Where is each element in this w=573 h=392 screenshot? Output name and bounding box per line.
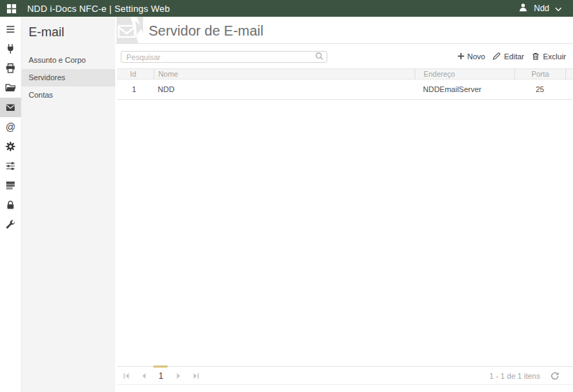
search-box [121, 50, 327, 63]
sidebar-item-servidores[interactable]: Servidores [22, 69, 115, 86]
previous-page-button[interactable] [135, 367, 152, 385]
edit-button[interactable]: Editar [492, 52, 524, 62]
column-header-nome[interactable]: Nome [154, 69, 415, 80]
grid-header-row: Id Nome Endereço Porta [117, 68, 573, 80]
trash-icon [531, 52, 540, 62]
new-button[interactable]: Novo [457, 52, 486, 61]
first-page-button[interactable] [117, 367, 135, 385]
page-number-button[interactable]: 1 [152, 367, 170, 385]
chevron-down-icon [555, 2, 562, 15]
search-input[interactable] [121, 51, 327, 63]
sliders-icon[interactable] [0, 156, 21, 176]
search-icon[interactable] [315, 52, 324, 61]
sidebar-list: Assunto e Corpo Servidores Contas [22, 52, 115, 104]
column-header-id[interactable]: Id [117, 69, 154, 80]
column-header-porta[interactable]: Porta [514, 69, 565, 80]
menu-icon[interactable] [0, 20, 21, 39]
email-icon[interactable] [0, 98, 21, 117]
topbar: NDD i-Docs NFC-e | Settings Web Ndd [0, 0, 573, 17]
column-header-endereco[interactable]: Endereço [415, 69, 514, 80]
server-icon[interactable] [0, 176, 21, 195]
next-page-button[interactable] [170, 367, 187, 385]
lock-icon[interactable] [0, 195, 21, 215]
main-content: Servidor de E-mail Novo [115, 17, 573, 392]
cell-id: 1 [117, 85, 154, 93]
refresh-icon[interactable] [550, 371, 560, 381]
user-name: Ndd [534, 3, 549, 13]
user-icon [518, 2, 528, 15]
pager: 1 1 - 1 de 1 itens [117, 366, 573, 385]
at-sign-icon[interactable]: @ [0, 117, 21, 137]
servers-grid: Id Nome Endereço Porta 1 NDD NDDEmailSer… [117, 68, 573, 100]
page-header: Servidor de E-mail [115, 17, 573, 44]
module-icon-strip: @ [0, 17, 22, 392]
cell-nome: NDD [154, 85, 415, 93]
sidebar-title: E-mail [29, 25, 115, 40]
settings-web-app: NDD i-Docs NFC-e | Settings Web Ndd [0, 0, 573, 392]
wrench-icon[interactable] [0, 215, 21, 234]
sidebar-item-assunto-e-corpo[interactable]: Assunto e Corpo [22, 52, 115, 69]
user-menu[interactable]: Ndd [518, 2, 562, 15]
column-header-spacer [565, 69, 573, 80]
page-title: Servidor de E-mail [149, 21, 264, 39]
delete-button[interactable]: Excluir [531, 52, 566, 62]
pencil-icon [492, 52, 501, 62]
items-count-label: 1 - 1 de 1 itens [489, 372, 540, 380]
cell-porta: 25 [514, 85, 565, 93]
plus-icon [457, 52, 465, 61]
table-row[interactable]: 1 NDD NDDEmailServer 25 [117, 80, 573, 100]
folder-open-icon[interactable] [0, 78, 21, 98]
printer-icon[interactable] [0, 59, 21, 78]
plug-icon[interactable] [0, 39, 21, 59]
app-launcher-icon[interactable] [6, 3, 17, 14]
app-title: NDD i-Docs NFC-e | Settings Web [27, 3, 170, 14]
sidebar-item-contas[interactable]: Contas [22, 86, 115, 104]
cell-endereco: NDDEmailServer [415, 85, 514, 93]
gear-icon[interactable] [0, 137, 21, 156]
email-header-graphic [117, 17, 143, 43]
last-page-button[interactable] [187, 367, 204, 385]
grid-toolbar: Novo Editar Excluir [115, 47, 573, 66]
email-sidebar: E-mail Assunto e Corpo Servidores Contas [22, 17, 115, 392]
current-page-indicator [154, 365, 168, 368]
